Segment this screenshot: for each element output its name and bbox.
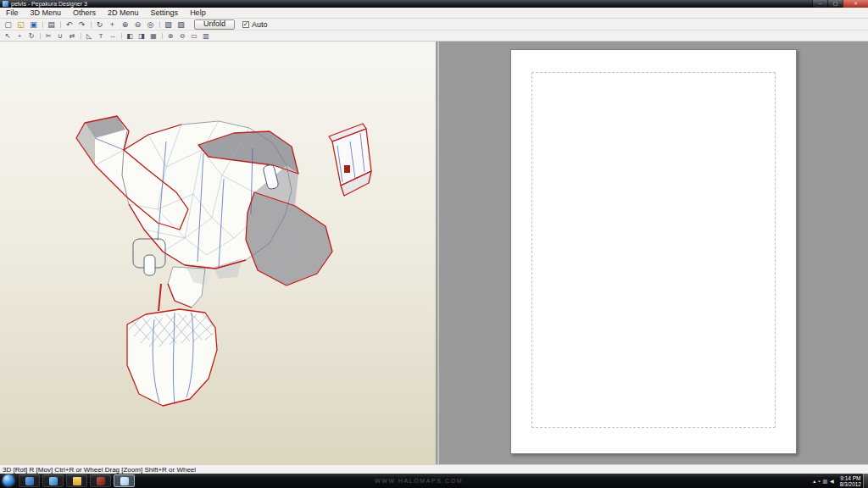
main-toolbar: ▢◱▣▤↶↷↻+⊕⊖◎▧▨ Unfold ✓ Auto	[0, 19, 868, 30]
media-player-glyph	[49, 477, 58, 485]
watermark: WWW.HALOMAPS.COM	[375, 478, 463, 484]
toolbar-separator[interactable]	[40, 19, 45, 30]
show-desktop-button[interactable]	[863, 474, 868, 488]
auto-checkbox[interactable]: ✓	[242, 21, 249, 28]
menu-item-3d-menu[interactable]: 3D Menu	[25, 8, 68, 18]
zoom-out-icon[interactable]: ⊖	[131, 19, 144, 30]
toolbar-separator[interactable]	[157, 19, 162, 30]
clock[interactable]: 9:14 PM 8/3/2012	[840, 475, 861, 487]
toolbar-separator[interactable]	[78, 31, 83, 41]
align-right-icon[interactable]: ◨	[136, 31, 147, 41]
menu-item-2d-menu[interactable]: 2D Menu	[102, 8, 145, 18]
toolbar-separator[interactable]	[159, 31, 164, 41]
main-area	[0, 42, 868, 464]
internet-explorer-icon[interactable]	[19, 474, 40, 487]
move-parts-icon[interactable]: +	[14, 31, 25, 41]
divide-edge-icon[interactable]: ✂	[42, 31, 54, 41]
zoom-in-icon[interactable]: ⊕	[119, 19, 131, 30]
close-button[interactable]: ✕	[843, 0, 868, 8]
menubar: File 3D Menu Others 2D Menu Settings Hel…	[0, 8, 868, 19]
titlebar: pelvis - Pepakura Designer 3 – ▢ ✕	[0, 0, 868, 8]
action-center-icon[interactable]: ▪	[818, 478, 820, 485]
media-app-icon[interactable]	[90, 474, 111, 487]
main-toolbar-icons: ▢◱▣▤↶↷↻+⊕⊖◎▧▨	[2, 19, 187, 30]
show-hidden-icons-icon[interactable]: ▴	[813, 478, 815, 485]
measure-icon[interactable]: ↔	[107, 31, 119, 41]
grid-icon[interactable]: ▦	[147, 31, 159, 41]
rotate-view-icon[interactable]: ↻	[93, 19, 106, 30]
pan-view-icon[interactable]: +	[106, 19, 119, 30]
texture-view-icon[interactable]: ▨	[175, 19, 187, 30]
pepakura-app-icon	[3, 1, 8, 7]
fit-view-icon[interactable]: ◎	[144, 19, 157, 30]
menu-item-settings[interactable]: Settings	[145, 8, 185, 18]
menu-item-file[interactable]: File	[0, 8, 25, 18]
pepakura-glyph	[120, 477, 129, 485]
toolbar-separator[interactable]	[119, 31, 124, 41]
pepakura-taskbar-icon[interactable]	[114, 474, 135, 487]
page-margin-guide	[531, 72, 776, 428]
unfold-button[interactable]: Unfold	[194, 19, 235, 30]
clock-time: 9:14 PM	[840, 475, 861, 481]
pattern-page	[510, 49, 797, 454]
edit-flaps-icon[interactable]: ◺	[83, 31, 95, 41]
2d-view[interactable]	[439, 42, 868, 464]
print-preview-icon[interactable]: ▥	[200, 31, 212, 41]
pepakura-window: pelvis - Pepakura Designer 3 – ▢ ✕ File …	[0, 0, 868, 488]
clock-date: 8/3/2012	[840, 481, 861, 487]
start-button[interactable]	[3, 474, 14, 486]
join-edge-icon[interactable]: ∪	[54, 31, 66, 41]
status-text: 3D [Rot] R [Mov] Ctrl+R or Wheel Drag [Z…	[3, 466, 196, 474]
3d-model	[0, 42, 436, 464]
status-bar: 3D [Rot] R [Mov] Ctrl+R or Wheel Drag [Z…	[0, 464, 868, 474]
tray-icons: ▴▪▥◀	[813, 478, 833, 485]
save-file-icon[interactable]: ▣	[27, 19, 40, 30]
add-text-icon[interactable]: T	[95, 31, 107, 41]
open-file-icon[interactable]: ◱	[14, 19, 27, 30]
minimize-button[interactable]: –	[812, 0, 827, 8]
taskbar-apps	[19, 474, 135, 487]
zoom-2d-out-icon[interactable]: ⊖	[176, 31, 188, 41]
auto-unfold-control: ✓ Auto	[242, 20, 268, 29]
menu-item-others[interactable]: Others	[67, 8, 102, 18]
redo-icon[interactable]: ↷	[75, 19, 88, 30]
display-mode-icon[interactable]: ▧	[162, 19, 175, 30]
menu-item-help[interactable]: Help	[184, 8, 212, 18]
flip-parts-icon[interactable]: ⇄	[66, 31, 78, 41]
system-tray: ▴▪▥◀ 9:14 PM 8/3/2012	[813, 474, 861, 488]
print-icon[interactable]: ▤	[45, 19, 58, 30]
media-app-glyph	[97, 477, 105, 485]
new-file-icon[interactable]: ▢	[2, 19, 14, 30]
window-title: pelvis - Pepakura Designer 3	[11, 0, 87, 8]
network-icon[interactable]: ▥	[822, 478, 827, 485]
toolbar-separator[interactable]	[88, 19, 93, 30]
toolbar-separator[interactable]	[37, 31, 42, 41]
align-left-icon[interactable]: ◧	[124, 31, 136, 41]
windows-explorer-icon[interactable]	[66, 474, 87, 487]
taskbar: WWW.HALOMAPS.COM ▴▪▥◀ 9:14 PM 8/3/2012	[0, 474, 868, 488]
folder-glyph	[73, 477, 81, 485]
rotate-parts-icon[interactable]: ↻	[25, 31, 37, 41]
select-parts-icon[interactable]: ↖	[2, 31, 14, 41]
maximize-button[interactable]: ▢	[827, 0, 843, 8]
volume-icon[interactable]: ◀	[830, 478, 834, 485]
internet-explorer-glyph	[25, 477, 34, 485]
fit-page-icon[interactable]: ▭	[188, 31, 200, 41]
2d-toolbar: ↖+↻✂∪⇄◺T↔◧◨▦⊕⊖▭▥	[0, 30, 868, 42]
auto-checkbox-label: Auto	[252, 20, 268, 29]
3d-view[interactable]	[0, 42, 436, 464]
undo-icon[interactable]: ↶	[63, 19, 75, 30]
media-player-icon[interactable]	[42, 474, 64, 487]
toolbar-separator[interactable]	[58, 19, 63, 30]
2d-toolbar-icons: ↖+↻✂∪⇄◺T↔◧◨▦⊕⊖▭▥	[2, 30, 212, 41]
zoom-2d-in-icon[interactable]: ⊕	[164, 31, 176, 41]
window-controls: – ▢ ✕	[812, 0, 868, 8]
